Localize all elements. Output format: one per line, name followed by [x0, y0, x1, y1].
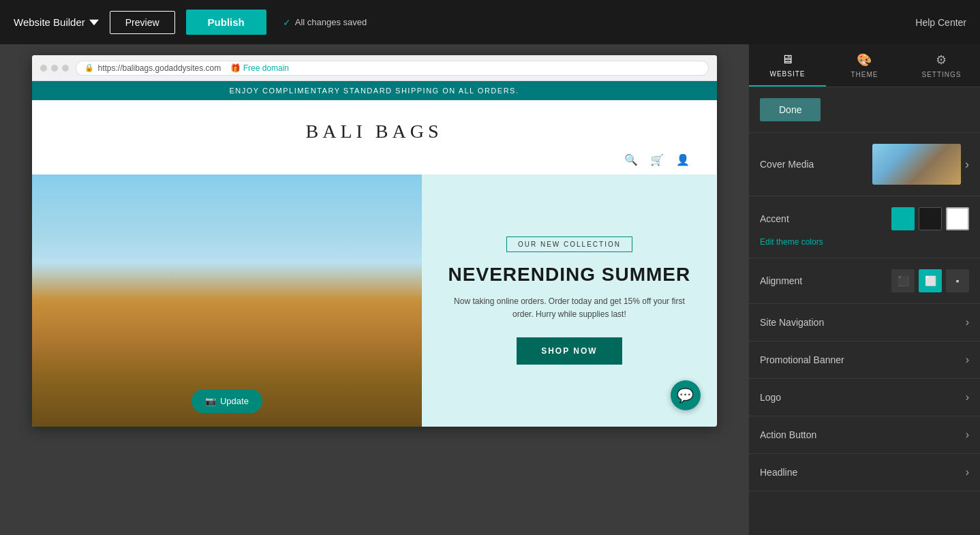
address-bar[interactable]: 🔒 https://balibags.godaddysites.com 🎁 Fr… — [76, 61, 709, 76]
accent-swatches — [891, 207, 969, 230]
browser-chrome: 🔒 https://balibags.godaddysites.com 🎁 Fr… — [32, 55, 717, 81]
action-button-label: Action Button — [760, 429, 816, 440]
brand-label: Website Builder — [14, 16, 85, 28]
browser-frame: 🔒 https://balibags.godaddysites.com 🎁 Fr… — [32, 55, 717, 427]
align-center-icon: ⬜ — [925, 275, 936, 286]
promo-banner: ENJOY COMPLIMENTARY STANDARD SHIPPING ON… — [32, 81, 717, 100]
update-button[interactable]: 📷 Update — [192, 389, 262, 413]
promotional-banner-chevron-icon: › — [966, 354, 969, 366]
dot-1 — [40, 65, 47, 72]
headline-chevron-icon: › — [966, 466, 969, 478]
hero-description: Now taking online orders. Order today an… — [442, 295, 696, 321]
accent-row: Accent — [760, 207, 969, 230]
done-section: Done — [749, 87, 980, 133]
tab-theme[interactable]: 🎨 THEME — [826, 44, 903, 87]
camera-icon: 📷 — [205, 396, 216, 406]
tab-settings[interactable]: ⚙ SETTINGS — [903, 44, 980, 87]
free-domain-link[interactable]: 🎁 Free domain — [230, 63, 289, 73]
swatch-white[interactable] — [946, 207, 969, 230]
cover-media-section: Cover Media › — [749, 133, 980, 196]
site-logo: BALI BAGS — [32, 114, 717, 153]
publish-button[interactable]: Publish — [186, 10, 266, 35]
panel-tabs: 🖥 WEBSITE 🎨 THEME ⚙ SETTINGS — [749, 44, 980, 87]
chat-fab-button[interactable]: 💬 — [671, 380, 701, 410]
align-center-button[interactable]: ⬜ — [919, 269, 942, 292]
site-navigation-label: Site Navigation — [760, 317, 824, 328]
logo-label: Logo — [760, 392, 781, 403]
cover-media-chevron-icon: › — [965, 157, 969, 172]
logo-section[interactable]: Logo › — [749, 379, 980, 416]
account-icon[interactable]: 👤 — [676, 153, 690, 166]
lock-icon: 🔒 — [85, 63, 94, 72]
shop-now-button[interactable]: SHOP NOW — [517, 337, 622, 365]
headline-label: Headline — [760, 467, 797, 478]
cover-media-label: Cover Media — [760, 159, 814, 170]
action-button-section[interactable]: Action Button › — [749, 416, 980, 454]
done-button[interactable]: Done — [760, 98, 821, 121]
hero-title: NEVERENDING SUMMER — [448, 263, 691, 286]
settings-icon: ⚙ — [936, 52, 947, 67]
align-left-icon: ⬛ — [898, 275, 909, 286]
dot-2 — [51, 65, 58, 72]
main-layout: 🔒 https://balibags.godaddysites.com 🎁 Fr… — [0, 44, 980, 535]
site-navigation-chevron-icon: › — [966, 316, 969, 328]
preview-button[interactable]: Preview — [110, 11, 175, 34]
alignment-section: Alignment ⬛ ⬜ ▪ — [749, 258, 980, 304]
changes-saved-indicator: ✓ All changes saved — [283, 17, 367, 28]
edit-theme-colors-link[interactable]: Edit theme colors — [760, 237, 969, 247]
changes-saved-text: All changes saved — [295, 17, 367, 27]
swatch-black[interactable] — [919, 207, 942, 230]
search-icon[interactable]: 🔍 — [624, 153, 638, 166]
align-right-icon: ▪ — [956, 275, 960, 286]
brand-logo[interactable]: Website Builder — [14, 16, 99, 28]
check-icon: ✓ — [283, 17, 291, 28]
logo-chevron-icon: › — [966, 391, 969, 403]
tab-theme-label: THEME — [851, 71, 878, 78]
tab-website-label: WEBSITE — [769, 70, 805, 78]
headline-section[interactable]: Headline › — [749, 454, 980, 491]
website-icon: 🖥 — [781, 52, 794, 67]
alignment-buttons: ⬛ ⬜ ▪ — [891, 269, 969, 292]
cart-icon[interactable]: 🛒 — [650, 153, 664, 166]
chevron-down-icon — [89, 18, 99, 27]
canvas-area: 🔒 https://balibags.godaddysites.com 🎁 Fr… — [0, 44, 748, 535]
alignment-row: Alignment ⬛ ⬜ ▪ — [760, 269, 969, 292]
cover-media-thumbnail[interactable] — [872, 144, 961, 185]
accent-label: Accent — [760, 213, 789, 224]
accent-section: Accent Edit theme colors — [749, 196, 980, 258]
alignment-label: Alignment — [760, 275, 802, 286]
cover-media-controls[interactable]: › — [872, 144, 969, 185]
hero-section: 📷 Update OUR NEW COLLECTION NEVERENDING … — [32, 174, 717, 427]
align-left-button[interactable]: ⬛ — [891, 269, 915, 292]
help-center-link[interactable]: Help Center — [915, 17, 966, 28]
promotional-banner-label: Promotional Banner — [760, 354, 844, 365]
site-header: BALI BAGS 🔍 🛒 👤 — [32, 100, 717, 174]
action-button-chevron-icon: › — [966, 429, 969, 441]
tab-settings-label: SETTINGS — [921, 71, 961, 78]
browser-dots — [40, 65, 69, 72]
promotional-banner-section[interactable]: Promotional Banner › — [749, 341, 980, 379]
tab-website[interactable]: 🖥 WEBSITE — [749, 44, 826, 87]
align-right-button[interactable]: ▪ — [946, 269, 969, 292]
right-panel: 🖥 WEBSITE 🎨 THEME ⚙ SETTINGS Done Cover … — [748, 44, 980, 535]
theme-icon: 🎨 — [857, 52, 872, 67]
site-url: https://balibags.godaddysites.com — [98, 63, 221, 73]
dot-3 — [62, 65, 69, 72]
site-navigation-section[interactable]: Site Navigation › — [749, 304, 980, 341]
swatch-teal[interactable] — [891, 207, 915, 230]
topbar: Website Builder Preview Publish ✓ All ch… — [0, 0, 980, 44]
cover-media-row: Cover Media › — [760, 144, 969, 185]
collection-label: OUR NEW COLLECTION — [506, 236, 632, 252]
hero-image: 📷 Update — [32, 174, 423, 427]
site-nav-icons: 🔍 🛒 👤 — [32, 153, 717, 174]
